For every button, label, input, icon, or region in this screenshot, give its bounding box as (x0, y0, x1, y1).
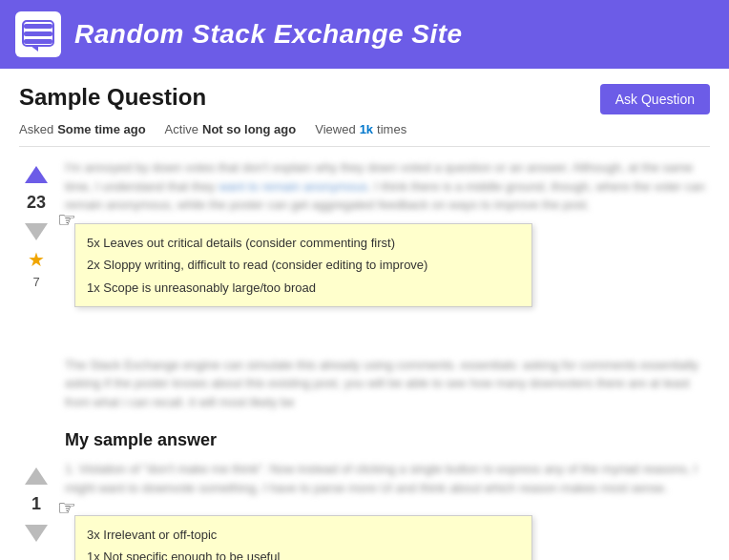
tooltip-q-line1: 5x Leaves out critical details (consider… (87, 232, 520, 254)
question-meta-row: Asked Some time ago Active Not so long a… (19, 122, 710, 147)
viewed-label: Viewed (315, 122, 355, 136)
ask-question-button[interactable]: Ask Question (600, 84, 710, 114)
question-tooltip-box: 5x Leaves out critical details (consider… (74, 223, 532, 307)
answer-cursor-hand-icon: ☞ (57, 496, 76, 521)
tooltip-q-line2: 2x Sloppy writing, difficult to read (co… (87, 254, 520, 276)
tooltip-q-line3: 1x Scope is unreasonably large/too broad (87, 277, 520, 299)
active-value: Not so long ago (202, 122, 296, 136)
svg-marker-7 (25, 467, 48, 485)
question-title: Sample Question (19, 84, 206, 111)
site-title: Random Stack Exchange Site (74, 19, 463, 50)
answer-section: My sample answer 1 1. Vio (19, 430, 710, 560)
answer-vote-column: 1 (19, 460, 53, 560)
main-content: Sample Question Ask Question Asked Some … (0, 69, 729, 560)
question-header-row: Sample Question Ask Question (19, 84, 710, 114)
favorite-star[interactable]: ★ (28, 248, 45, 271)
vote-down-button[interactable] (19, 218, 53, 244)
viewed-value[interactable]: 1k (360, 122, 373, 136)
question-body-blurred-2: The Stack Exchange engine can simulate t… (65, 356, 710, 412)
favorite-count: 7 (32, 275, 39, 289)
asked-value: Some time ago (57, 122, 145, 136)
viewed-suffix: times (377, 122, 406, 136)
svg-marker-6 (25, 223, 48, 240)
answer-post-area: 1 1. Violation of "don't make me think".… (19, 460, 710, 560)
question-vote-column: 23 ★ 7 (19, 158, 53, 411)
meta-viewed: Viewed 1k times (315, 122, 406, 136)
answer-content: 1. Violation of "don't make me think". N… (65, 460, 710, 560)
site-logo (15, 11, 61, 57)
meta-active: Active Not so long ago (165, 122, 297, 136)
site-header: Random Stack Exchange Site (0, 0, 729, 69)
svg-rect-2 (24, 39, 52, 44)
question-content: I'm annoyed by down votes that don't exp… (65, 158, 710, 411)
question-post-area: 23 ★ 7 I'm annoyed by down votes that do… (19, 158, 710, 411)
cursor-hand-icon: ☞ (57, 208, 76, 233)
active-label: Active (165, 122, 198, 136)
svg-rect-1 (24, 31, 52, 36)
svg-marker-8 (25, 525, 48, 542)
vote-up-button[interactable] (19, 162, 53, 189)
svg-rect-0 (24, 24, 52, 29)
answer-vote-count: 1 (31, 494, 41, 515)
question-body-blurred: I'm annoyed by down votes that don't exp… (65, 158, 710, 215)
tooltip-a-line2: 1x Not specific enough to be useful (87, 546, 520, 560)
answer-tooltip-box: 3x Irrelevant or off-topic 1x Not specif… (74, 515, 532, 560)
meta-asked: Asked Some time ago (19, 122, 146, 136)
asked-label: Asked (19, 122, 53, 136)
answer-title: My sample answer (65, 430, 710, 450)
tooltip-a-line1: 3x Irrelevant or off-topic (87, 524, 520, 546)
svg-marker-5 (25, 166, 48, 183)
answer-body-blurred-1: 1. Violation of "don't make me think". N… (65, 460, 710, 497)
question-vote-count: 23 (27, 193, 46, 214)
answer-vote-down-button[interactable] (19, 519, 53, 546)
answer-vote-up-button[interactable] (19, 464, 53, 490)
